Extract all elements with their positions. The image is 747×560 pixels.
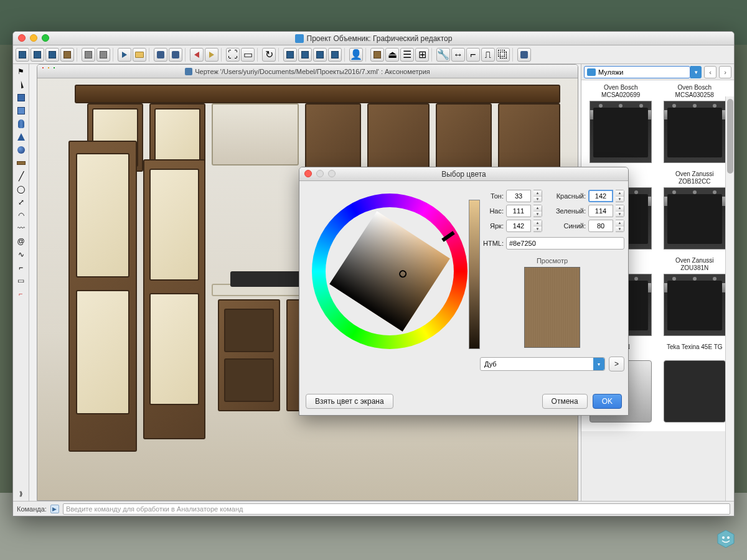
tb-eject[interactable]: ⏏	[385, 48, 399, 62]
red-stepper[interactable]: ▲▼	[616, 190, 624, 202]
value-gradient[interactable]	[469, 200, 480, 349]
tool-spline[interactable]: 〰	[15, 222, 27, 235]
sub-minimize[interactable]	[48, 67, 49, 68]
tb-view-iso[interactable]	[60, 48, 74, 62]
main-toolbar: ⛶ ▭ ↻ 👤 ⏏ ☰ ⊞ 🔧 ↔ ⌐ ⎍ ⿻	[13, 45, 734, 64]
tb-layer1[interactable]	[283, 48, 297, 62]
sat-label: Нас:	[480, 207, 504, 215]
sub-close[interactable]	[42, 67, 44, 68]
tool-axis[interactable]: ⌐	[15, 287, 27, 300]
window-close[interactable]	[18, 34, 26, 42]
tb-back[interactable]	[190, 48, 204, 62]
material-select[interactable]: Дуб ▾	[480, 357, 605, 371]
tool-polyline[interactable]: ⌐	[15, 261, 27, 274]
tb-fit[interactable]: ▭	[241, 48, 255, 62]
tb-fwd[interactable]	[205, 48, 218, 62]
sat-input[interactable]	[506, 205, 531, 217]
tb-fullscreen[interactable]: ⛶	[226, 48, 240, 62]
blue-input[interactable]	[588, 220, 613, 232]
tb-redo[interactable]	[96, 48, 110, 62]
catalog-category-select[interactable]: Муляжи	[584, 66, 690, 78]
tool-rect[interactable]: ▭	[15, 274, 27, 287]
tool-panel[interactable]	[15, 157, 27, 169]
dialog-close[interactable]	[304, 170, 312, 177]
hue-stepper[interactable]: ▲▼	[533, 190, 542, 202]
nav-fwd[interactable]: ›	[719, 66, 731, 78]
html-input[interactable]	[506, 237, 624, 250]
tool-expand[interactable]: ⤢	[15, 196, 27, 208]
tb-rotate[interactable]: ↻	[262, 48, 276, 62]
catalog-item[interactable]: Teka Texina 45E TG	[659, 343, 731, 427]
chat-bubble-icon[interactable]	[716, 529, 736, 549]
catalog-scrollbar[interactable]	[725, 96, 734, 501]
window-minimize[interactable]	[30, 34, 37, 42]
tb-material[interactable]	[370, 48, 384, 62]
command-label: Команда:	[17, 505, 47, 513]
tb-layer3[interactable]	[313, 48, 327, 62]
catalog-item[interactable]: Oven BoschMCSA030258	[659, 84, 731, 168]
val-stepper[interactable]: ▲▼	[533, 220, 542, 232]
tool-cone[interactable]	[15, 131, 27, 143]
tb-view-side[interactable]	[31, 48, 44, 62]
tb-view-top[interactable]	[45, 48, 59, 62]
tb-layer4[interactable]	[328, 48, 342, 62]
pick-color-button[interactable]: Взять цвет с экрана	[306, 394, 393, 409]
tb-open[interactable]	[133, 48, 146, 62]
window-zoom[interactable]	[42, 34, 49, 42]
hue-ring[interactable]	[312, 194, 467, 349]
tool-curve[interactable]: ∿	[15, 248, 27, 261]
tool-sphere[interactable]	[15, 144, 27, 156]
tb-save2[interactable]	[517, 48, 531, 62]
tool-box[interactable]	[15, 91, 27, 104]
tb-copy[interactable]: ⿻	[496, 48, 510, 62]
tb-view-front[interactable]	[16, 48, 29, 62]
dropdown-icon: ▾	[593, 358, 604, 370]
hue-cursor[interactable]	[441, 231, 454, 242]
tb-saveas[interactable]	[169, 48, 182, 62]
nav-back[interactable]: ‹	[704, 66, 716, 78]
catalog-item[interactable]: Oven BoschMCSA020699	[585, 84, 657, 168]
catalog-item[interactable]: Oven ZanussiZOU381N	[659, 257, 731, 341]
tb-align[interactable]: ⎍	[481, 48, 495, 62]
tb-grid[interactable]: ⊞	[415, 48, 429, 62]
sat-stepper[interactable]: ▲▼	[533, 205, 542, 217]
tb-play[interactable]	[118, 48, 131, 62]
main-titlebar[interactable]: Проект Объемник: Графический редактор	[13, 32, 734, 45]
drawing-titlebar[interactable]: Чертеж '/Users/yuriy/Documents/Mebel/Про…	[37, 65, 578, 78]
tool-line[interactable]: ╱	[15, 170, 27, 182]
dropdown-icon[interactable]: ▾	[690, 66, 702, 78]
cancel-button[interactable]: Отмена	[542, 394, 588, 409]
red-input[interactable]	[588, 190, 613, 202]
command-run-icon[interactable]: ▶	[50, 505, 59, 513]
ok-button[interactable]: OK	[593, 394, 622, 409]
tool-cylinder[interactable]	[15, 118, 27, 130]
tb-snap[interactable]: ⌐	[466, 48, 480, 62]
tb-list[interactable]: ☰	[400, 48, 414, 62]
tool-select[interactable]	[15, 78, 27, 91]
tb-layer2[interactable]	[298, 48, 312, 62]
color-dialog-title: Выбор цвета	[441, 170, 486, 179]
tb-user[interactable]: 👤	[349, 48, 363, 62]
material-browse[interactable]: >	[609, 357, 624, 371]
tool-box2[interactable]	[15, 105, 27, 117]
tool-flag[interactable]: ⚑	[15, 65, 27, 78]
app-icon	[295, 34, 304, 43]
tb-wrench[interactable]: 🔧	[436, 48, 450, 62]
catalog-item[interactable]: Oven ZanussiZOB182CC	[659, 170, 731, 254]
tb-undo[interactable]	[82, 48, 95, 62]
tb-save[interactable]	[154, 48, 167, 62]
tool-spiral[interactable]: @	[15, 235, 27, 248]
hue-input[interactable]	[506, 190, 531, 202]
tool-arc[interactable]: ◠	[15, 209, 27, 222]
color-dialog-titlebar[interactable]: Выбор цвета	[299, 167, 628, 181]
tb-measure[interactable]: ↔	[451, 48, 465, 62]
green-stepper[interactable]: ▲▼	[616, 205, 624, 217]
command-input[interactable]: Введите команду для обработки в Анализат…	[63, 503, 730, 515]
val-input[interactable]	[506, 220, 531, 232]
tool-expand-panel[interactable]: ⟫	[15, 487, 27, 500]
tool-ellipse[interactable]: ◯	[15, 183, 27, 195]
dialog-zoom	[328, 170, 336, 177]
green-input[interactable]	[588, 205, 613, 217]
sub-zoom[interactable]	[54, 67, 55, 68]
blue-stepper[interactable]: ▲▼	[616, 220, 624, 232]
